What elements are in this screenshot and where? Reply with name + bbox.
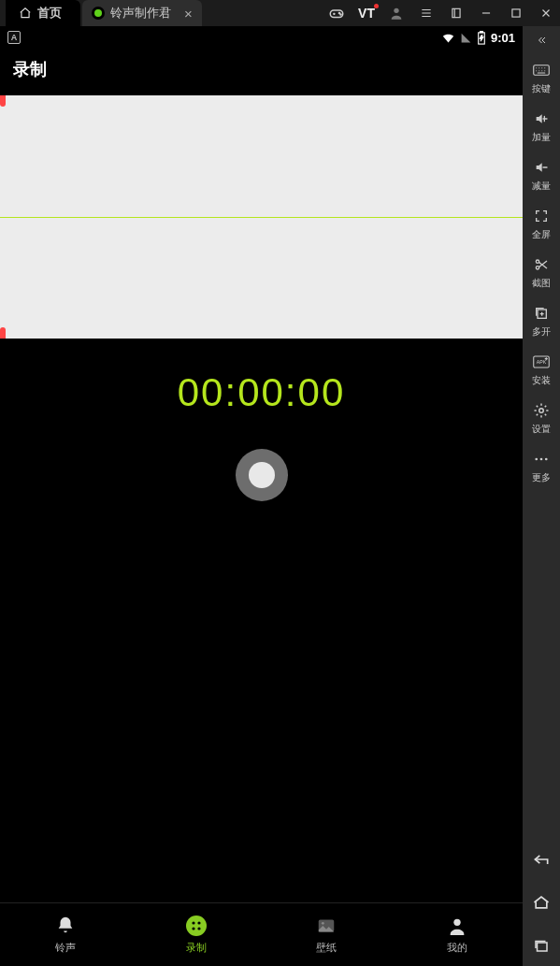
tab-label: 壁纸 [316,941,337,955]
tab-wallpaper[interactable]: 壁纸 [294,915,359,955]
sidebar-label: 截图 [532,277,551,290]
home-tab-label: 首页 [37,5,62,22]
sidebar-fullscreen[interactable]: 全屏 [523,202,560,249]
emulator-top-bar: 首页 铃声制作君 × VT [0,0,560,26]
svg-rect-4 [452,8,460,17]
range-start-marker[interactable] [0,95,6,107]
svg-point-25 [545,458,548,461]
profile-icon[interactable] [388,5,405,22]
svg-point-9 [192,921,194,924]
battery-icon [477,31,486,45]
sidebar-screenshot[interactable]: 截图 [523,251,560,297]
multiwindow-icon[interactable] [448,5,465,22]
image-icon [315,915,337,937]
vt-label: VT [358,6,375,21]
sidebar-label: 减量 [532,180,551,193]
svg-point-24 [540,458,543,461]
minimize-icon[interactable] [478,5,495,22]
volume-up-icon [533,110,550,127]
sidebar-volume-up[interactable]: 加量 [523,105,560,151]
more-icon [533,451,550,468]
svg-rect-26 [538,943,548,951]
scissors-icon [534,256,549,273]
sidebar-install[interactable]: APK 安装 [523,348,560,395]
vt-indicator[interactable]: VT [358,6,375,21]
sidebar-multi[interactable]: 多开 [523,299,560,346]
sidebar-label: 设置 [532,423,551,436]
signal-icon [460,32,472,44]
record-icon [249,462,275,488]
svg-point-23 [535,458,538,461]
apk-install-icon: APK [533,353,550,370]
app-tab-label: 铃声制作君 [110,5,171,22]
status-icons: 9:01 [441,31,515,45]
android-recents-button[interactable] [523,925,560,966]
emulator-window-controls: VT [328,5,554,22]
volume-down-icon [533,159,550,176]
multi-instance-icon [534,305,549,322]
sidebar-label: 更多 [532,471,551,484]
svg-rect-16 [534,65,550,76]
svg-point-12 [197,927,200,930]
svg-point-8 [186,916,207,936]
phone-pane: A 9:01 录制 00:00:00 [0,26,523,966]
svg-point-2 [340,14,341,15]
page-title: 录制 [0,49,523,92]
svg-text:APK: APK [537,359,547,365]
sidebar-more[interactable]: 更多 [523,445,560,492]
sidebar-label: 加量 [532,131,551,144]
sidebar-label: 安装 [532,374,551,387]
android-status-bar: A 9:01 [0,26,523,49]
sidebar-label: 多开 [532,325,551,339]
main-row: A 9:01 录制 00:00:00 [0,26,560,966]
profile-tab-icon [446,915,468,937]
tab-ringtone[interactable]: 铃声 [33,915,98,955]
home-icon [19,7,32,20]
android-home-button[interactable] [523,882,560,923]
sidebar-label: 按键 [532,82,551,95]
range-end-marker[interactable] [0,327,6,339]
home-tab[interactable]: 首页 [6,0,80,26]
sidebar-settings[interactable]: 设置 [523,396,560,443]
tab-label: 铃声 [55,941,76,955]
record-tab-icon [185,915,208,937]
svg-point-1 [339,12,340,13]
close-icon[interactable]: × [184,6,193,22]
svg-point-15 [453,919,460,926]
collapse-sidebar-icon[interactable] [534,32,549,49]
sidebar-label: 全屏 [532,228,551,241]
gear-icon [533,402,550,419]
menu-icon[interactable] [418,5,435,22]
svg-rect-5 [512,9,520,17]
svg-point-11 [192,927,194,930]
fullscreen-icon [534,208,549,224]
record-button-row [0,449,523,501]
gamepad-icon[interactable] [328,5,345,22]
svg-point-14 [322,922,324,925]
tab-record[interactable]: 录制 [164,915,229,955]
bell-icon [54,915,77,937]
keyboard-icon [533,62,550,79]
tab-mine[interactable]: 我的 [424,915,490,955]
emulator-sidebar: 按键 加量 减量 全屏 截图 多开 APK 安装 设置 [523,26,560,966]
waveform-area[interactable] [0,95,523,339]
app-tab[interactable]: 铃声制作君 × [82,0,202,26]
svg-point-10 [197,921,200,924]
status-clock: 9:01 [491,31,515,45]
svg-point-22 [539,409,544,413]
close-window-icon[interactable] [538,5,554,22]
svg-rect-7 [481,31,483,32]
android-back-button[interactable] [523,839,560,880]
tab-label: 我的 [447,941,467,955]
wifi-icon [441,31,455,45]
svg-point-3 [394,8,398,13]
sidebar-keys[interactable]: 按键 [523,56,560,103]
tab-label: 录制 [186,941,207,955]
notification-dot [374,4,379,8]
sidebar-volume-down[interactable]: 减量 [523,153,560,200]
app-tab-icon [92,7,105,20]
maximize-icon[interactable] [508,5,524,22]
record-button[interactable] [236,449,288,501]
waveform-centerline [0,217,523,218]
bottom-tab-bar: 铃声 录制 壁纸 我的 [0,902,523,966]
